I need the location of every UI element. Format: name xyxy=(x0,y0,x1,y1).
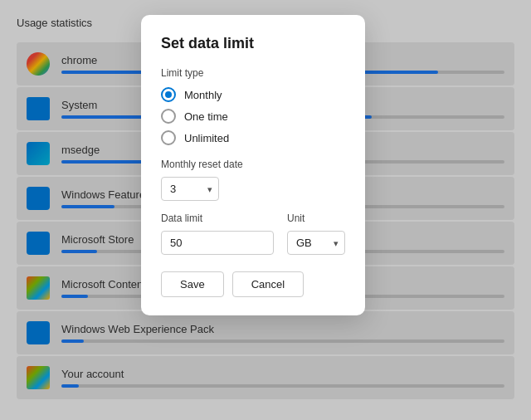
unit-select-wrapper: MBGBTB xyxy=(287,231,345,255)
save-button[interactable]: Save xyxy=(161,271,224,297)
radio-unlimited-input[interactable] xyxy=(161,130,176,145)
radio-onetime-input[interactable] xyxy=(161,109,176,124)
radio-onetime-label: One time xyxy=(184,110,228,123)
reset-date-select[interactable]: 1234567891011121314151617181920212223242… xyxy=(161,177,219,201)
radio-unlimited[interactable]: Unlimited xyxy=(161,130,345,145)
limit-type-radio-group: Monthly One time Unlimited xyxy=(161,87,345,145)
data-limit-label: Data limit xyxy=(161,212,274,224)
radio-monthly-input[interactable] xyxy=(161,87,176,102)
set-data-limit-dialog: Set data limit Limit type Monthly One ti… xyxy=(141,15,365,315)
button-row: Save Cancel xyxy=(161,271,345,297)
reset-date-section: Monthly reset date 123456789101112131415… xyxy=(161,159,345,201)
data-limit-col: Data limit xyxy=(161,212,274,255)
data-limit-input[interactable] xyxy=(161,231,274,255)
unit-select[interactable]: MBGBTB xyxy=(287,231,345,255)
unit-col: Unit MBGBTB xyxy=(287,212,345,255)
radio-unlimited-label: Unlimited xyxy=(184,132,229,144)
cancel-button[interactable]: Cancel xyxy=(232,271,304,297)
modal-title: Set data limit xyxy=(161,35,345,52)
radio-onetime[interactable]: One time xyxy=(161,109,345,124)
reset-date-select-wrapper: 1234567891011121314151617181920212223242… xyxy=(161,177,219,201)
radio-monthly[interactable]: Monthly xyxy=(161,87,345,102)
reset-date-label: Monthly reset date xyxy=(161,159,345,170)
radio-monthly-label: Monthly xyxy=(184,89,222,101)
limit-type-label: Limit type xyxy=(161,67,345,79)
unit-label: Unit xyxy=(287,212,345,224)
data-limit-row: Data limit Unit MBGBTB xyxy=(161,212,345,255)
